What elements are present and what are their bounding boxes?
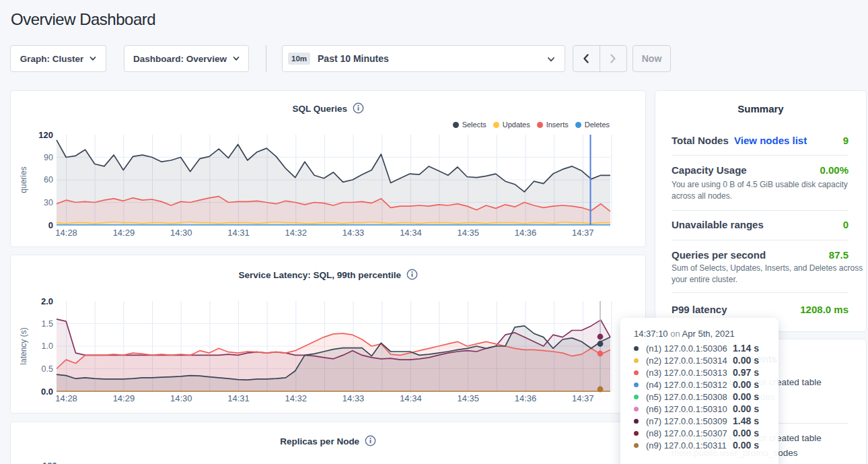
svg-text:90: 90: [44, 153, 53, 162]
svg-text:14:37: 14:37: [572, 228, 594, 238]
svg-text:14:28: 14:28: [55, 393, 77, 403]
svg-text:1.0: 1.0: [42, 341, 53, 351]
svg-text:1.5: 1.5: [42, 319, 53, 329]
svg-text:14:32: 14:32: [285, 393, 308, 403]
svg-text:14:37: 14:37: [572, 393, 594, 403]
svg-text:14:28: 14:28: [55, 228, 77, 238]
svg-text:14:35: 14:35: [457, 228, 479, 238]
svg-text:14:29: 14:29: [113, 228, 135, 238]
svg-text:14:36: 14:36: [515, 393, 537, 403]
svg-text:30: 30: [44, 198, 53, 207]
svg-text:queries: queries: [19, 166, 28, 193]
svg-text:14:31: 14:31: [227, 393, 250, 403]
svg-text:120: 120: [38, 130, 53, 140]
svg-text:14:34: 14:34: [400, 393, 422, 403]
svg-text:14:33: 14:33: [342, 393, 365, 403]
svg-text:14:30: 14:30: [170, 228, 192, 238]
svg-text:60: 60: [44, 175, 53, 185]
svg-text:14:34: 14:34: [400, 228, 422, 238]
svg-text:14:29: 14:29: [113, 393, 135, 403]
svg-text:14:30: 14:30: [170, 393, 192, 403]
svg-text:14:35: 14:35: [457, 393, 479, 403]
svg-text:0: 0: [48, 220, 53, 230]
svg-text:latency (s): latency (s): [19, 327, 28, 364]
svg-text:14:31: 14:31: [227, 228, 250, 238]
svg-text:0.0: 0.0: [41, 387, 53, 397]
svg-text:14:33: 14:33: [342, 228, 365, 238]
svg-text:2.0: 2.0: [41, 296, 53, 306]
svg-text:14:36: 14:36: [515, 228, 537, 238]
svg-text:14:32: 14:32: [285, 228, 308, 238]
svg-text:0.5: 0.5: [42, 364, 53, 374]
